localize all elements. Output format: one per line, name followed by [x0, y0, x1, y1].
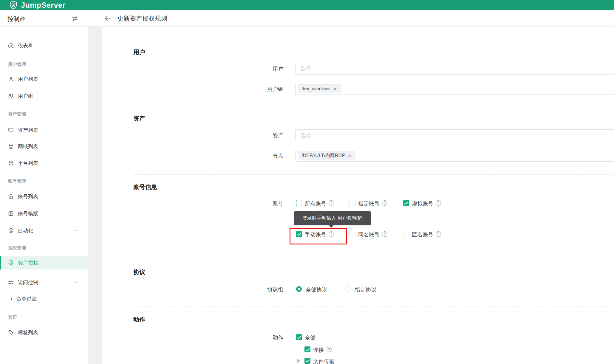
sidebar-item-label: 标签列表 — [18, 329, 38, 336]
sidebar-item-domain-list[interactable]: 网域列表 — [0, 140, 88, 153]
option-label-manual-account: 手动账号 — [305, 231, 326, 238]
checkbox-virtual-accounts[interactable] — [403, 200, 409, 206]
sidebar-subitem-command-filter[interactable]: 命令过滤 — [0, 292, 88, 306]
sidebar-item-label: 仪表盘 — [18, 42, 33, 49]
expand-caret-icon[interactable] — [297, 359, 300, 363]
field-label-account: 账号 — [194, 200, 283, 207]
sidebar-item-asset-permissions[interactable]: 资产授权 — [0, 256, 88, 269]
sidebar-item-tag-list[interactable]: 标签列表 — [0, 326, 88, 339]
option-label-virtual-accounts: 虚拟账号 — [412, 200, 433, 207]
map-pin-icon — [7, 143, 14, 150]
radio-specified-protocols[interactable] — [345, 286, 351, 292]
shield-logo-icon — [9, 1, 18, 9]
tag-close-icon[interactable]: ✕ — [333, 87, 337, 91]
section-title-user: 用户 — [133, 48, 145, 56]
checkbox-all-accounts[interactable] — [296, 200, 302, 206]
help-icon[interactable]: ? — [382, 200, 387, 206]
sidebar-item-label: 资产列表 — [18, 127, 38, 134]
option-label-all-protocols: 全部协议 — [306, 286, 327, 293]
template-icon — [7, 210, 14, 217]
console-label[interactable]: 控制台 — [7, 15, 25, 23]
user-group-tag[interactable]: dev_windows ✕ — [298, 84, 341, 93]
checkbox-manual-account[interactable] — [296, 231, 302, 237]
field-label-user-group: 用户组 — [194, 86, 283, 93]
monitor-icon — [7, 127, 14, 133]
sidebar-item-access-control[interactable]: 访问控制 — [0, 275, 88, 289]
option-label-specified-protocols: 指定协议 — [355, 286, 376, 293]
sidebar-section-users: 用户管理 — [8, 62, 26, 67]
checkbox-anonymous-account[interactable] — [403, 231, 409, 237]
jumpserver-logo[interactable]: JumpServer — [0, 1, 66, 10]
header-divider — [88, 10, 88, 27]
user-select-input[interactable]: 选择 — [295, 63, 614, 75]
sidebar-item-label: 自动化 — [18, 227, 33, 234]
tag-label: /DEFAULT/内网RDP — [301, 153, 345, 159]
sidebar-item-label: 账号模版 — [18, 210, 38, 217]
option-label-all-accounts: 所有账号 — [305, 200, 326, 207]
field-label-node: 节点 — [194, 152, 283, 159]
sidebar-section-perms: 授权管理 — [8, 245, 26, 251]
sidebar-section-other: 其它 — [8, 315, 17, 320]
sidebar: 仪表盘 用户管理 用户列表 用户组 资产管理 资产列表 网域 — [0, 27, 88, 364]
checkbox-same-name-account[interactable] — [349, 231, 355, 237]
sidebar-item-user-groups[interactable]: 用户组 — [0, 89, 88, 103]
node-tag[interactable]: /DEFAULT/内网RDP ✕ — [298, 151, 355, 160]
section-title-action: 动作 — [133, 315, 145, 323]
tag-close-icon[interactable]: ✕ — [348, 154, 352, 158]
sidebar-item-label: 用户组 — [18, 93, 33, 100]
checkbox-specified-accounts[interactable] — [349, 200, 355, 206]
svg-text:A: A — [10, 229, 12, 232]
checkbox-action-file-transfer[interactable] — [304, 358, 310, 364]
sidebar-item-platform-list[interactable]: 平台列表 — [0, 156, 88, 170]
option-label-action-all: 全部 — [305, 334, 315, 341]
section-divider — [133, 259, 614, 259]
automation-icon: A — [7, 227, 14, 234]
help-icon[interactable]: ? — [382, 231, 387, 237]
sidebar-item-dashboard[interactable]: 仪表盘 — [0, 39, 88, 52]
panel-swap-icon[interactable] — [71, 15, 79, 22]
sliders-icon — [7, 279, 14, 286]
sidebar-item-user-list[interactable]: 用户列表 — [0, 72, 88, 86]
user-group-select-input[interactable] — [295, 83, 614, 95]
jumpserver-app: JumpServer 控制台 更新资产授权规则 仪表盘 用户管理 用户列表 — [0, 0, 614, 364]
section-divider — [133, 174, 614, 175]
sidebar-section-accounts: 账号管理 — [8, 179, 26, 184]
help-icon[interactable]: ? — [436, 200, 441, 206]
back-arrow-icon[interactable] — [104, 14, 112, 22]
chevron-down-icon — [74, 228, 78, 233]
field-label-action: 动作 — [194, 334, 283, 341]
tag-label: dev_windows — [301, 86, 330, 92]
section-divider — [133, 41, 614, 41]
checkbox-action-all[interactable] — [296, 334, 302, 340]
users-icon — [7, 93, 14, 99]
section-divider — [133, 105, 614, 105]
sidebar-item-asset-list[interactable]: 资产列表 — [0, 123, 88, 137]
sidebar-item-label: 访问控制 — [18, 279, 38, 286]
section-title-account: 账号信息 — [133, 183, 157, 191]
field-label-asset: 资产 — [194, 132, 283, 139]
secondary-header: 控制台 更新资产授权规则 — [0, 10, 614, 27]
help-icon[interactable]: ? — [327, 347, 332, 352]
sidebar-item-account-list[interactable]: 账号列表 — [0, 190, 88, 203]
checkbox-action-connect[interactable] — [304, 346, 310, 352]
sidebar-section-assets: 资产管理 — [8, 111, 26, 117]
help-icon[interactable]: ? — [329, 231, 334, 237]
shield-check-icon — [7, 259, 14, 266]
help-icon[interactable]: ? — [436, 231, 441, 237]
scrollbar-track — [88, 27, 102, 364]
sidebar-item-account-template[interactable]: 账号模版 — [0, 207, 88, 220]
section-divider — [133, 306, 614, 306]
option-label-specified-accounts: 指定账号 — [358, 200, 380, 207]
asset-select-input[interactable]: 选择 — [295, 129, 614, 141]
option-label-anonymous-account: 匿名账号 — [412, 231, 433, 238]
user-icon — [7, 76, 14, 82]
sidebar-item-automation[interactable]: A 自动化 — [0, 224, 88, 237]
option-label-action-connect: 连接 — [313, 346, 324, 354]
help-icon[interactable]: ? — [329, 200, 334, 206]
radio-all-protocols[interactable] — [296, 286, 302, 292]
user-select-placeholder: 选择 — [300, 65, 311, 72]
chevron-up-icon — [74, 280, 78, 284]
section-title-protocol: 协议 — [133, 268, 145, 276]
field-label-user: 用户 — [194, 65, 283, 72]
sidebar-item-label: 资产授权 — [18, 259, 38, 266]
